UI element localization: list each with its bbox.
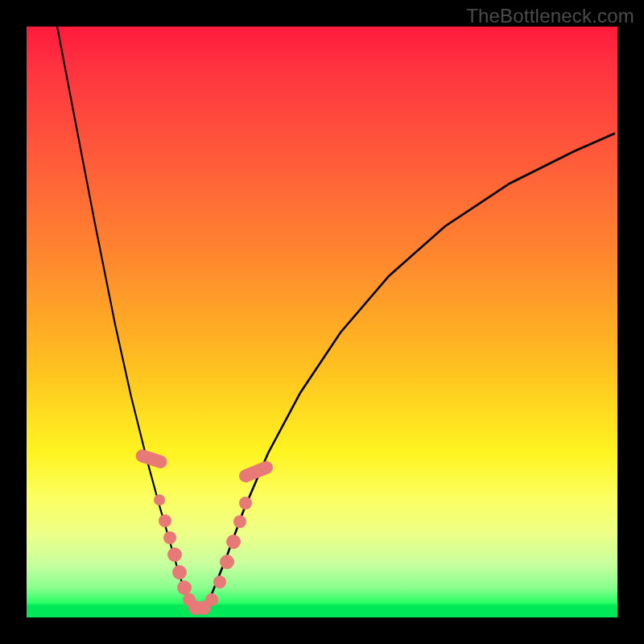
marker-dot-15 [239,497,252,510]
marker-dot-12 [220,555,234,569]
marker-dot-2 [159,514,171,527]
marker-dot-10 [205,593,218,606]
marker-dot-3 [163,531,176,544]
watermark-text: TheBottleneck.com [466,5,634,27]
chart-frame: TheBottleneck.com [0,0,644,644]
curve-group [57,27,614,609]
marker-dot-13 [226,535,241,549]
marker-dot-4 [167,547,182,562]
curve-right-arm [202,134,614,609]
marker-dot-6 [177,580,192,595]
marker-dot-1 [154,494,165,506]
marker-group [134,448,275,615]
marker-pill-0 [134,448,169,470]
plot-area [27,27,617,617]
curves-svg [27,27,617,617]
marker-dot-5 [172,565,187,580]
curve-left-arm [57,27,195,609]
marker-dot-11 [213,576,226,588]
marker-dot-14 [233,515,246,528]
